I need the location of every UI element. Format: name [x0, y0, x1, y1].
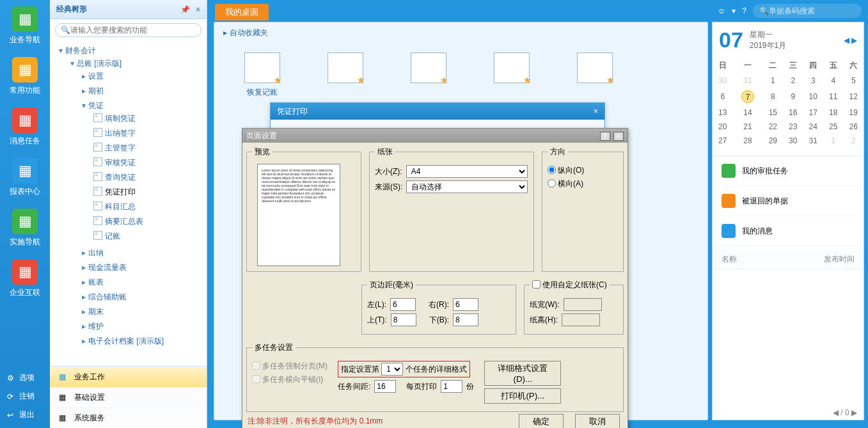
- bottom-tab[interactable]: ▦系统服务: [50, 408, 207, 428]
- tree-node[interactable]: ▾财务会计 ▾总账 [演示版] ▸设置 ▸期初 ▾凭证 填制凭证 出纳签字 主管…: [59, 44, 207, 353]
- close-icon[interactable]: ×: [594, 103, 598, 120]
- tree-node[interactable]: ▸设置: [82, 69, 207, 84]
- calendar-cell[interactable]: 1: [823, 134, 843, 148]
- calendar-cell[interactable]: 10: [803, 88, 823, 106]
- calendar-cell[interactable]: 12: [843, 88, 864, 106]
- desktop-shortcut[interactable]: [406, 52, 451, 98]
- calendar-cell[interactable]: 15: [763, 106, 783, 120]
- bottom-tab[interactable]: ▦业务工作: [50, 367, 207, 387]
- nav-item[interactable]: ▦常用功能: [0, 51, 50, 101]
- nav-bottom-item[interactable]: ⚙选项: [0, 369, 50, 387]
- tree-search-input[interactable]: [70, 26, 196, 35]
- calendar-cell[interactable]: 30: [713, 74, 732, 88]
- paper-source-select[interactable]: 自动选择: [406, 180, 528, 193]
- tree-node[interactable]: ▸出纳: [82, 246, 207, 260]
- help-icon[interactable]: ?: [742, 6, 746, 15]
- calendar-cell[interactable]: 3: [803, 74, 823, 88]
- tree-leaf[interactable]: 审核凭证: [93, 155, 207, 170]
- tree-node[interactable]: ▾总账 [演示版] ▸设置 ▸期初 ▾凭证 填制凭证 出纳签字 主管签字 审核凭…: [70, 56, 207, 351]
- tree-node[interactable]: ▸期末: [82, 305, 207, 319]
- tree-leaf-selected[interactable]: 凭证打印: [93, 185, 207, 200]
- tree-node[interactable]: ▸维护: [82, 319, 207, 334]
- margin-left[interactable]: [390, 298, 416, 311]
- calendar-cell[interactable]: 31: [732, 74, 762, 88]
- calendar-cell[interactable]: 23: [783, 120, 803, 134]
- breadcrumb[interactable]: ▸自动收藏夹: [214, 22, 707, 44]
- nav-item[interactable]: ▦报表中心: [0, 152, 50, 202]
- calendar-cell[interactable]: 22: [763, 120, 783, 134]
- close-icon[interactable]: ×: [613, 132, 624, 141]
- calendar-cell[interactable]: 9: [783, 88, 803, 106]
- printer-button[interactable]: 打印机(P)...: [484, 388, 561, 404]
- tree-node[interactable]: ▸综合辅助账: [82, 290, 207, 305]
- calendar-cell[interactable]: 16: [783, 106, 803, 120]
- calendar-cell[interactable]: 19: [843, 106, 864, 120]
- detail-button[interactable]: 详细格式设置(D)...: [484, 361, 561, 386]
- calendar-cell[interactable]: 29: [763, 134, 783, 148]
- desktop-shortcut[interactable]: 恢复记账: [240, 52, 285, 98]
- desktop-shortcut[interactable]: [572, 52, 617, 98]
- tree-node[interactable]: ▸现金流量表: [82, 260, 207, 275]
- calendar-cell[interactable]: 4: [823, 74, 843, 88]
- smile-icon[interactable]: ☺: [718, 6, 725, 15]
- calendar-cell[interactable]: 5: [843, 74, 864, 88]
- calendar-cell[interactable]: 2: [783, 74, 803, 88]
- tree-node[interactable]: ▸账表: [82, 275, 207, 290]
- calendar-next[interactable]: ▶: [851, 36, 857, 45]
- calendar-cell[interactable]: 8: [763, 88, 783, 106]
- ok-button[interactable]: 确定: [519, 414, 564, 428]
- calendar-cell[interactable]: 20: [713, 120, 732, 134]
- tree-search[interactable]: 🔍: [55, 23, 201, 37]
- calendar-cell[interactable]: 25: [823, 120, 843, 134]
- calendar-cell[interactable]: 26: [843, 120, 864, 134]
- tab-desktop[interactable]: 我的桌面: [215, 4, 269, 20]
- tree-leaf[interactable]: 摘要汇总表: [93, 214, 207, 229]
- margin-top[interactable]: [391, 313, 416, 326]
- tree-node[interactable]: ▸期初: [82, 84, 207, 99]
- margin-bottom[interactable]: [453, 313, 478, 326]
- landscape-radio[interactable]: 横向(A): [548, 178, 583, 189]
- header-search[interactable]: 🔍: [753, 4, 862, 18]
- help-icon[interactable]: ?: [600, 132, 610, 141]
- calendar-cell[interactable]: 18: [823, 106, 843, 120]
- calendar-cell[interactable]: 28: [732, 134, 762, 148]
- custom-paper-checkbox[interactable]: 使用自定义纸张(C): [530, 280, 610, 290]
- task-gap[interactable]: [374, 380, 396, 393]
- portrait-radio[interactable]: 纵向(O): [548, 165, 584, 176]
- tree-node[interactable]: ▸电子会计档案 [演示版]: [82, 334, 207, 349]
- header-search-input[interactable]: [769, 6, 865, 15]
- task-number-select[interactable]: 1: [381, 363, 403, 376]
- nav-item[interactable]: ▦实施导航: [0, 202, 50, 253]
- tree-leaf[interactable]: 记账: [93, 229, 207, 244]
- nav-item[interactable]: ▦企业互联: [0, 253, 50, 303]
- calendar-cell[interactable]: 6: [713, 88, 732, 106]
- calendar-cell[interactable]: 17: [803, 106, 823, 120]
- margin-right[interactable]: [453, 298, 478, 311]
- nav-item[interactable]: ▦业务导航: [0, 0, 50, 51]
- calendar-today[interactable]: 7: [732, 88, 762, 106]
- close-icon[interactable]: ×: [196, 5, 200, 14]
- calendar-cell[interactable]: 14: [732, 106, 762, 120]
- task-item[interactable]: 我的消息: [713, 216, 864, 246]
- calendar-cell[interactable]: 13: [713, 106, 732, 120]
- tree-leaf[interactable]: 出纳签字: [93, 126, 207, 141]
- pin-icon[interactable]: 📌: [180, 5, 190, 14]
- tree-leaf[interactable]: 主管签字: [93, 141, 207, 155]
- tree-leaf[interactable]: 填制凭证: [93, 111, 207, 126]
- calendar-cell[interactable]: 31: [803, 134, 823, 148]
- desktop-shortcut[interactable]: [323, 52, 368, 98]
- cancel-button[interactable]: 取消: [575, 414, 620, 428]
- calendar-prev[interactable]: ◀: [844, 36, 849, 45]
- calendar-cell[interactable]: 21: [732, 120, 762, 134]
- calendar-cell[interactable]: 2: [843, 134, 864, 148]
- tree-node[interactable]: ▾凭证 填制凭证 出纳签字 主管签字 审核凭证 查询凭证 凭证打印 科目汇总: [82, 99, 207, 246]
- calendar-cell[interactable]: 24: [803, 120, 823, 134]
- tree-leaf[interactable]: 科目汇总: [93, 200, 207, 214]
- nav-bottom-item[interactable]: ↩退出: [0, 406, 50, 424]
- nav-item[interactable]: ▦消息任务: [0, 101, 50, 152]
- bottom-tab[interactable]: ▦基础设置: [50, 387, 207, 408]
- desktop-shortcut[interactable]: [489, 52, 534, 98]
- calendar-cell[interactable]: 1: [763, 74, 783, 88]
- task-item[interactable]: 被退回的单据: [713, 186, 864, 216]
- calendar-cell[interactable]: 11: [823, 88, 843, 106]
